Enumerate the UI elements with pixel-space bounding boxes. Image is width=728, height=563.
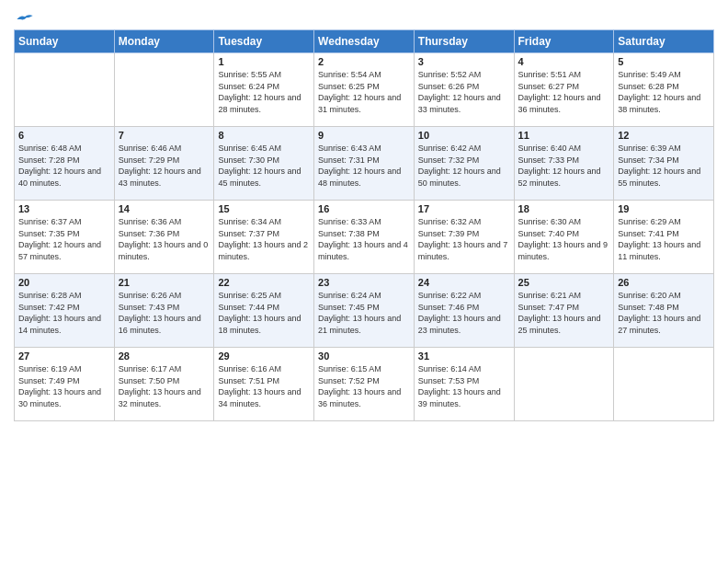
day-info: Sunrise: 6:40 AM Sunset: 7:33 PM Dayligh… [518, 143, 610, 189]
day-info: Sunrise: 5:55 AM Sunset: 6:24 PM Dayligh… [218, 69, 310, 115]
day-number: 26 [618, 277, 710, 288]
day-number: 15 [218, 203, 310, 214]
day-number: 12 [618, 130, 710, 141]
col-tuesday: Tuesday [214, 30, 314, 53]
day-number: 31 [418, 350, 510, 362]
calendar-cell: 8Sunrise: 6:45 AM Sunset: 7:30 PM Daylig… [214, 127, 314, 201]
calendar-cell: 4Sunrise: 5:51 AM Sunset: 6:27 PM Daylig… [514, 53, 614, 127]
calendar-cell: 23Sunrise: 6:24 AM Sunset: 7:45 PM Dayli… [314, 274, 415, 348]
calendar-cell [614, 348, 714, 421]
day-number: 25 [518, 277, 610, 288]
day-info: Sunrise: 6:21 AM Sunset: 7:47 PM Dayligh… [518, 290, 610, 336]
calendar-cell: 14Sunrise: 6:36 AM Sunset: 7:36 PM Dayli… [114, 201, 214, 274]
day-number: 13 [18, 203, 110, 214]
day-info: Sunrise: 6:15 AM Sunset: 7:52 PM Dayligh… [318, 363, 410, 409]
day-info: Sunrise: 6:28 AM Sunset: 7:42 PM Dayligh… [18, 290, 110, 336]
day-number: 5 [618, 56, 710, 67]
calendar-week-row: 6Sunrise: 6:48 AM Sunset: 7:28 PM Daylig… [15, 127, 714, 201]
calendar-cell: 29Sunrise: 6:16 AM Sunset: 7:51 PM Dayli… [214, 348, 314, 421]
col-thursday: Thursday [414, 30, 514, 53]
day-number: 4 [518, 56, 610, 67]
col-sunday: Sunday [15, 30, 115, 53]
day-info: Sunrise: 6:19 AM Sunset: 7:49 PM Dayligh… [18, 363, 110, 409]
calendar-header-row: Sunday Monday Tuesday Wednesday Thursday… [15, 30, 714, 53]
day-info: Sunrise: 5:54 AM Sunset: 6:25 PM Dayligh… [318, 69, 410, 115]
calendar-cell: 25Sunrise: 6:21 AM Sunset: 7:47 PM Dayli… [514, 274, 614, 348]
day-info: Sunrise: 6:48 AM Sunset: 7:28 PM Dayligh… [18, 143, 110, 189]
day-number: 17 [418, 203, 510, 214]
calendar-cell: 31Sunrise: 6:14 AM Sunset: 7:53 PM Dayli… [414, 348, 514, 421]
day-info: Sunrise: 6:29 AM Sunset: 7:41 PM Dayligh… [618, 216, 710, 262]
day-number: 28 [119, 350, 210, 362]
calendar-week-row: 20Sunrise: 6:28 AM Sunset: 7:42 PM Dayli… [15, 274, 714, 348]
calendar-cell [114, 53, 214, 127]
calendar-cell: 13Sunrise: 6:37 AM Sunset: 7:35 PM Dayli… [15, 201, 115, 274]
day-number: 19 [618, 203, 710, 214]
day-number: 7 [119, 130, 210, 141]
day-number: 30 [318, 350, 410, 362]
day-info: Sunrise: 6:14 AM Sunset: 7:53 PM Dayligh… [418, 363, 510, 409]
day-number: 9 [318, 130, 410, 141]
day-info: Sunrise: 6:37 AM Sunset: 7:35 PM Dayligh… [18, 216, 110, 262]
calendar-cell: 21Sunrise: 6:26 AM Sunset: 7:43 PM Dayli… [114, 274, 214, 348]
calendar-cell [514, 348, 614, 421]
calendar-cell: 11Sunrise: 6:40 AM Sunset: 7:33 PM Dayli… [514, 127, 614, 201]
calendar-cell: 27Sunrise: 6:19 AM Sunset: 7:49 PM Dayli… [15, 348, 115, 421]
calendar-cell [15, 53, 115, 127]
day-info: Sunrise: 6:39 AM Sunset: 7:34 PM Dayligh… [618, 143, 710, 189]
calendar-cell: 2Sunrise: 5:54 AM Sunset: 6:25 PM Daylig… [314, 53, 415, 127]
header [14, 9, 714, 22]
day-info: Sunrise: 6:43 AM Sunset: 7:31 PM Dayligh… [318, 143, 410, 189]
day-number: 6 [18, 130, 110, 141]
calendar-cell: 15Sunrise: 6:34 AM Sunset: 7:37 PM Dayli… [214, 201, 314, 274]
col-wednesday: Wednesday [314, 30, 415, 53]
day-number: 18 [518, 203, 610, 214]
day-info: Sunrise: 6:16 AM Sunset: 7:51 PM Dayligh… [218, 363, 310, 409]
day-number: 3 [418, 56, 510, 67]
day-number: 24 [418, 277, 510, 288]
calendar-cell: 7Sunrise: 6:46 AM Sunset: 7:29 PM Daylig… [114, 127, 214, 201]
calendar-cell: 22Sunrise: 6:25 AM Sunset: 7:44 PM Dayli… [214, 274, 314, 348]
calendar-cell: 17Sunrise: 6:32 AM Sunset: 7:39 PM Dayli… [414, 201, 514, 274]
logo-bird-icon [16, 13, 34, 26]
day-info: Sunrise: 6:26 AM Sunset: 7:43 PM Dayligh… [119, 290, 210, 336]
calendar-table: Sunday Monday Tuesday Wednesday Thursday… [14, 29, 714, 421]
calendar-week-row: 1Sunrise: 5:55 AM Sunset: 6:24 PM Daylig… [15, 53, 714, 127]
calendar-cell: 3Sunrise: 5:52 AM Sunset: 6:26 PM Daylig… [414, 53, 514, 127]
day-info: Sunrise: 6:22 AM Sunset: 7:46 PM Dayligh… [418, 290, 510, 336]
day-info: Sunrise: 5:52 AM Sunset: 6:26 PM Dayligh… [418, 69, 510, 115]
day-number: 22 [218, 277, 310, 288]
calendar-cell: 18Sunrise: 6:30 AM Sunset: 7:40 PM Dayli… [514, 201, 614, 274]
calendar-week-row: 27Sunrise: 6:19 AM Sunset: 7:49 PM Dayli… [15, 348, 714, 421]
calendar-cell: 1Sunrise: 5:55 AM Sunset: 6:24 PM Daylig… [214, 53, 314, 127]
day-info: Sunrise: 6:36 AM Sunset: 7:36 PM Dayligh… [119, 216, 210, 262]
day-number: 8 [218, 130, 310, 141]
day-info: Sunrise: 6:33 AM Sunset: 7:38 PM Dayligh… [318, 216, 410, 262]
day-info: Sunrise: 5:51 AM Sunset: 6:27 PM Dayligh… [518, 69, 610, 115]
calendar-cell: 10Sunrise: 6:42 AM Sunset: 7:32 PM Dayli… [414, 127, 514, 201]
day-number: 27 [18, 350, 110, 362]
calendar-cell: 9Sunrise: 6:43 AM Sunset: 7:31 PM Daylig… [314, 127, 415, 201]
day-number: 14 [119, 203, 210, 214]
day-number: 10 [418, 130, 510, 141]
calendar-cell: 30Sunrise: 6:15 AM Sunset: 7:52 PM Dayli… [314, 348, 415, 421]
day-info: Sunrise: 6:25 AM Sunset: 7:44 PM Dayligh… [218, 290, 310, 336]
calendar-cell: 28Sunrise: 6:17 AM Sunset: 7:50 PM Dayli… [114, 348, 214, 421]
day-info: Sunrise: 6:46 AM Sunset: 7:29 PM Dayligh… [119, 143, 210, 189]
day-info: Sunrise: 6:42 AM Sunset: 7:32 PM Dayligh… [418, 143, 510, 189]
col-monday: Monday [114, 30, 214, 53]
day-number: 21 [119, 277, 210, 288]
day-info: Sunrise: 6:45 AM Sunset: 7:30 PM Dayligh… [218, 143, 310, 189]
day-info: Sunrise: 6:30 AM Sunset: 7:40 PM Dayligh… [518, 216, 610, 262]
calendar-cell: 6Sunrise: 6:48 AM Sunset: 7:28 PM Daylig… [15, 127, 115, 201]
calendar-cell: 12Sunrise: 6:39 AM Sunset: 7:34 PM Dayli… [614, 127, 714, 201]
day-info: Sunrise: 5:49 AM Sunset: 6:28 PM Dayligh… [618, 69, 710, 115]
day-number: 16 [318, 203, 410, 214]
col-saturday: Saturday [614, 30, 714, 53]
calendar-cell: 16Sunrise: 6:33 AM Sunset: 7:38 PM Dayli… [314, 201, 415, 274]
page: Sunday Monday Tuesday Wednesday Thursday… [0, 0, 728, 563]
day-number: 11 [518, 130, 610, 141]
calendar-week-row: 13Sunrise: 6:37 AM Sunset: 7:35 PM Dayli… [15, 201, 714, 274]
calendar-cell: 20Sunrise: 6:28 AM Sunset: 7:42 PM Dayli… [15, 274, 115, 348]
day-info: Sunrise: 6:34 AM Sunset: 7:37 PM Dayligh… [218, 216, 310, 262]
